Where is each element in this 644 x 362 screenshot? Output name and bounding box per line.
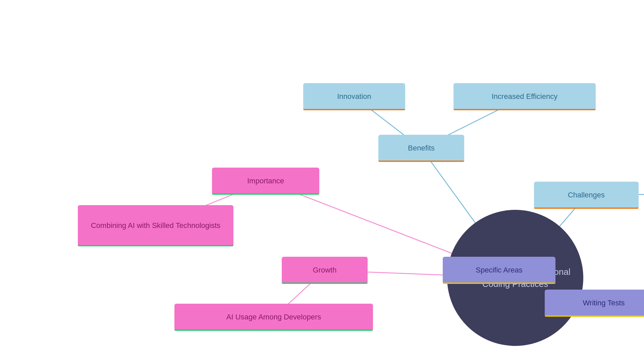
svg-line-3	[266, 181, 515, 278]
svg-line-1	[354, 97, 421, 148]
svg-line-0	[421, 148, 515, 278]
svg-line-5	[515, 195, 586, 278]
svg-line-10	[499, 270, 604, 303]
svg-line-6	[586, 193, 644, 195]
mindmap-canvas	[0, 0, 644, 362]
svg-line-8	[274, 270, 325, 317]
svg-line-2	[421, 97, 525, 148]
svg-line-4	[156, 181, 266, 226]
svg-line-7	[325, 270, 515, 278]
